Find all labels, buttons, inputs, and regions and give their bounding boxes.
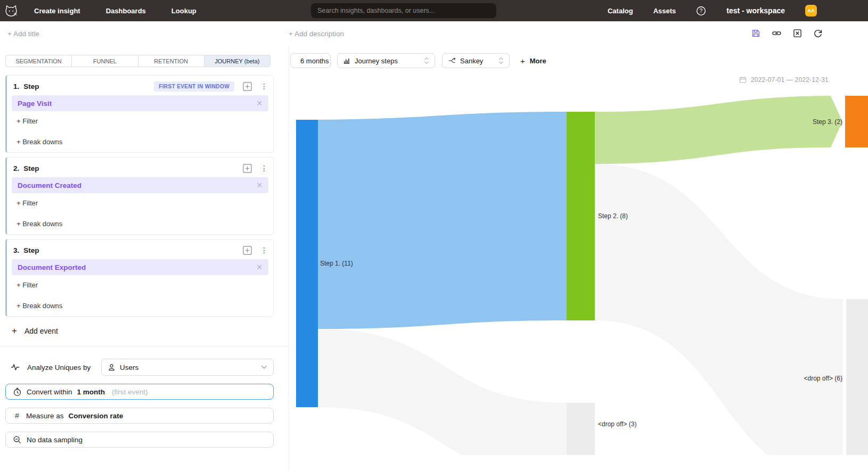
user-icon [108, 363, 116, 371]
cat-logo-icon[interactable] [4, 4, 18, 18]
nav-assets[interactable]: Assets [653, 7, 676, 15]
clock-icon [13, 387, 22, 396]
convert-suffix: (first event) [112, 388, 148, 396]
view-select[interactable]: Journey steps [337, 53, 435, 68]
link-icon[interactable] [772, 28, 782, 38]
nav-dashboards[interactable]: Dashboards [106, 7, 146, 15]
step-index: 2. [13, 164, 19, 172]
add-filter-link[interactable]: + Filter [17, 117, 38, 125]
time-range-button[interactable]: 6 months [290, 53, 331, 68]
step-index: 3. [13, 246, 19, 254]
measure-as-row[interactable]: # Measure as Conversion rate [5, 408, 274, 424]
refresh-icon[interactable] [813, 28, 823, 38]
flow-step2-to-step3[interactable] [595, 96, 842, 164]
nav-create-insight[interactable]: Create insight [34, 7, 80, 15]
data-sampling-row[interactable]: No data sampling [5, 432, 274, 448]
tab-segmentation[interactable]: SEGMENTATION [6, 55, 72, 67]
time-range-value: 6 months [300, 57, 329, 65]
more-button[interactable]: + More [520, 53, 546, 68]
more-label: More [530, 57, 546, 65]
plus-icon: + [12, 326, 17, 335]
step-card-3-header: 3. Step ⋮ [13, 245, 268, 255]
select-arrows-icon [424, 57, 429, 64]
add-breakdown-link[interactable]: + Break downs [17, 302, 62, 310]
add-title-button[interactable]: + Add title [7, 30, 39, 38]
step-title: Step [23, 82, 39, 90]
insight-type-tabs: SEGMENTATION FUNNEL RETENTION JOURNEY (b… [5, 55, 271, 67]
nav-links: Create insight Dashboards Lookup [34, 7, 196, 15]
node-label-step2: Step 2. (8) [598, 212, 628, 220]
flow-step2-to-dropoff[interactable] [595, 164, 843, 455]
avatar[interactable]: AA [805, 5, 817, 16]
step-menu-icon[interactable]: ⋮ [260, 246, 268, 255]
node-label-step1: Step 1. (11) [320, 260, 353, 267]
sankey-chart[interactable]: Step 1. (11) Step 2. (8) Step 3. (2) <dr… [289, 75, 868, 455]
plus-icon: + [520, 56, 525, 65]
event-row[interactable]: Document Created ✕ [12, 177, 268, 193]
remove-event-icon[interactable]: ✕ [256, 263, 263, 271]
step-title: Step [23, 246, 39, 254]
section-divider [0, 346, 289, 346]
add-event-label: Add event [24, 327, 58, 335]
close-box-icon[interactable] [792, 28, 803, 38]
bar-chart-icon [343, 57, 350, 64]
nav-right: Catalog Assets ? test - workspace AA [608, 0, 817, 21]
add-filter-link[interactable]: + Filter [17, 281, 38, 289]
zoom-out-icon [13, 435, 22, 444]
event-row[interactable]: Page Visit ✕ [12, 95, 268, 111]
nav-catalog[interactable]: Catalog [608, 7, 633, 15]
node-dropoff-2[interactable] [846, 299, 868, 455]
insight-actions [751, 28, 823, 38]
step-index: 1. [13, 82, 19, 90]
chart-type-select[interactable]: Sankey [442, 53, 510, 68]
sampling-label: No data sampling [27, 436, 83, 444]
app-root: Create insight Dashboards Lookup Catalog… [0, 0, 868, 471]
step-title: Step [23, 164, 39, 172]
add-breakdown-link[interactable]: + Break downs [17, 138, 62, 146]
event-row[interactable]: Document Exported ✕ [12, 259, 268, 275]
add-step-icon[interactable] [243, 164, 252, 173]
chart-type-value: Sankey [460, 57, 483, 65]
step-menu-icon[interactable]: ⋮ [260, 164, 268, 173]
step-card-1: 1. Step FIRST EVENT IN WINDOW ⋮ Page Vis… [5, 75, 274, 153]
workspace-name[interactable]: test - workspace [726, 6, 785, 15]
analyze-label: Analyze Uniques by [27, 363, 91, 371]
node-step3[interactable] [845, 96, 868, 147]
node-label-dropoff-1: <drop off> (3) [598, 420, 637, 428]
hash-icon: # [13, 411, 21, 420]
step-menu-icon[interactable]: ⋮ [260, 82, 268, 91]
step-card-3: 3. Step ⋮ Document Exported ✕ + Filter +… [5, 239, 274, 317]
event-name: Document Created [18, 181, 81, 189]
tab-journey[interactable]: JOURNEY (beta) [204, 55, 270, 67]
measure-value: Conversion rate [69, 412, 124, 420]
save-icon[interactable] [751, 28, 761, 38]
analyze-by-select[interactable]: Users [101, 359, 274, 376]
node-step2[interactable] [567, 112, 595, 320]
add-step-icon[interactable] [243, 246, 252, 255]
convert-value: 1 month [77, 388, 105, 396]
convert-within-row[interactable]: Convert within 1 month (first event) [5, 384, 274, 400]
help-icon[interactable]: ? [696, 6, 706, 16]
global-search [311, 3, 496, 18]
node-step1[interactable] [296, 120, 318, 407]
add-description-button[interactable]: + Add description [289, 30, 344, 38]
tab-funnel[interactable]: FUNNEL [72, 55, 138, 67]
chevron-down-icon [261, 365, 267, 369]
node-dropoff-1[interactable] [567, 403, 595, 455]
event-name: Page Visit [18, 100, 52, 108]
nav-lookup[interactable]: Lookup [171, 7, 196, 15]
remove-event-icon[interactable]: ✕ [256, 99, 263, 108]
remove-event-icon[interactable]: ✕ [256, 181, 263, 189]
add-event-button[interactable]: + Add event [12, 326, 58, 335]
pulse-icon [11, 363, 20, 371]
flow-step1-to-dropoff[interactable] [318, 329, 567, 455]
view-select-value: Journey steps [355, 57, 398, 65]
search-input[interactable] [311, 3, 496, 18]
add-step-icon[interactable] [243, 82, 252, 91]
add-filter-link[interactable]: + Filter [17, 199, 38, 207]
tab-retention[interactable]: RETENTION [138, 55, 204, 67]
step-card-2: 2. Step ⋮ Document Created ✕ + Filter + … [5, 157, 274, 235]
svg-text:?: ? [700, 8, 703, 14]
add-breakdown-link[interactable]: + Break downs [17, 220, 62, 228]
flow-step1-to-step2[interactable] [318, 112, 567, 329]
